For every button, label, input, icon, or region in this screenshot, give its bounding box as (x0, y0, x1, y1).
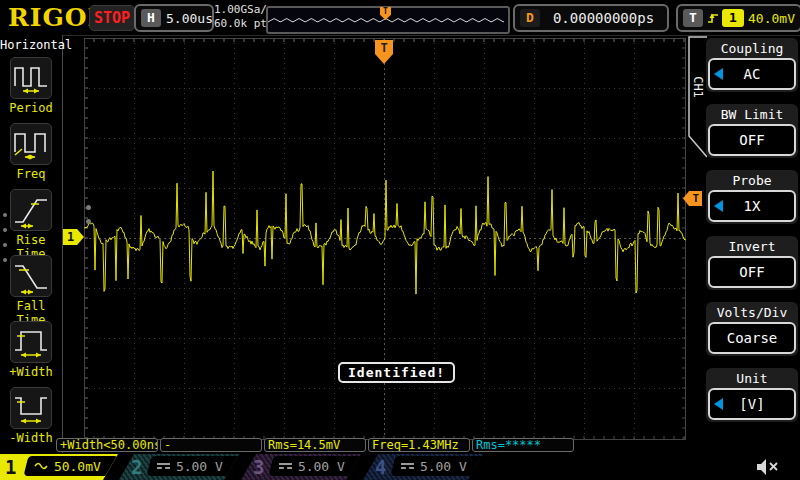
softkey-invert[interactable]: Invert OFF (706, 236, 798, 290)
channel-number: 4 (375, 454, 386, 480)
softkey-value[interactable]: Coarse (708, 322, 796, 354)
top-bar: RIGOL STOP H 5.00us 1.00GSa/s 60.0k pts … (0, 0, 800, 36)
select-arrow-icon (714, 68, 723, 80)
menu-page-dot (3, 243, 7, 247)
menu-page-dot (3, 213, 7, 217)
measurement-nwidth: -Width=650.0ns (160, 438, 262, 452)
menu-page-dot (3, 228, 7, 232)
measurement-bar: +Width<50.00ns -Width=650.0ns Rms=14.5mV… (56, 438, 574, 454)
channel-number: 3 (253, 454, 264, 480)
right-softkey-menu: Coupling AC BW Limit OFF Probe 1X Invert… (706, 38, 798, 434)
menu-page-dot (86, 219, 91, 224)
channel-2-tab[interactable]: 2 5.00 V (119, 454, 239, 480)
select-arrow-icon (714, 398, 723, 410)
softkey-label: Probe (708, 172, 796, 190)
channel-number: 1 (5, 454, 16, 480)
menu-item-period[interactable]: Period (0, 57, 62, 115)
channel-number: 2 (131, 454, 142, 480)
menu-item-label: Freq (0, 167, 62, 181)
graticule: Identified! (84, 38, 686, 440)
period-icon (10, 57, 52, 99)
trigger-source-badge: 1 (722, 9, 744, 27)
channel-scale: 5.00 V (420, 459, 467, 474)
measurement-rms2: Rms=***** (472, 438, 574, 452)
softkey-label: Unit (708, 370, 796, 388)
menu-page-dot (3, 258, 7, 262)
menu-page-dot (86, 205, 91, 210)
channel-scale: 5.00 V (298, 459, 345, 474)
trigger-level-value: 40.0mV (748, 11, 795, 26)
menu-item-label: -Width (0, 431, 62, 445)
trigger-box[interactable]: T 1 40.0mV (676, 4, 800, 32)
freq-icon (10, 123, 52, 165)
softkey-value[interactable]: AC (708, 58, 796, 90)
softkey-value[interactable]: 1X (708, 190, 796, 222)
oscilloscope-screen: RIGOL STOP H 5.00us 1.00GSa/s 60.0k pts … (0, 0, 800, 480)
dc-coupling-icon (279, 463, 292, 469)
softkey-label: BW Limit (708, 106, 796, 124)
rising-edge-icon (707, 10, 718, 26)
softkey-value[interactable]: OFF (708, 124, 796, 156)
softkey-label: Invert (708, 238, 796, 256)
softkey-volts-div[interactable]: Volts/Div Coarse (706, 302, 798, 356)
sample-rate: 1.00GSa/s (214, 3, 274, 17)
waveform-overview[interactable]: T (266, 6, 510, 34)
softkey-value[interactable]: OFF (708, 256, 796, 288)
dc-coupling-icon (401, 463, 414, 469)
ch1-ground-marker[interactable]: 1 (63, 229, 84, 245)
menu-item-rise-time[interactable]: Rise Time (0, 189, 62, 261)
left-softkey-menu: Horizontal Period Freq (0, 35, 63, 453)
channel-3-tab[interactable]: 3 5.00 V (241, 454, 361, 480)
menu-item-label: +Width (0, 365, 62, 379)
select-arrow-icon (714, 200, 723, 212)
dc-coupling-icon (157, 463, 170, 469)
softkey-coupling[interactable]: Coupling AC (706, 38, 798, 92)
softkey-unit[interactable]: Unit [V] (706, 368, 798, 422)
menu-item-label: Period (0, 101, 62, 115)
measurement-pwidth: +Width<50.00ns (56, 438, 158, 452)
channel-scale: 50.0mV (54, 459, 101, 474)
menu-item-freq[interactable]: Freq (0, 123, 62, 181)
channel-4-tab[interactable]: 4 5.00 V (363, 454, 483, 480)
menu-item-pos-width[interactable]: +Width (0, 321, 62, 379)
softkey-value[interactable]: [V] (708, 388, 796, 420)
trigger-icon: T (683, 9, 703, 27)
delay-value: 0.00000000ps (545, 10, 662, 26)
identified-label: Identified! (338, 362, 455, 383)
timebase-value: 5.00us (166, 11, 213, 26)
delay-icon: D (520, 9, 540, 27)
run-state-indicator[interactable]: STOP (89, 5, 135, 31)
ch1-menu-tab-label: CH1 (691, 67, 705, 107)
measurement-freq: Freq=1.43MHz (368, 438, 470, 452)
menu-item-neg-width[interactable]: -Width (0, 387, 62, 445)
horizontal-timebase-box[interactable]: H 5.00us (134, 4, 214, 32)
channel-1-tab[interactable]: 1 50.0mV (0, 454, 118, 480)
channel-status-bar: 1 50.0mV 2 5.00 V 3 5.00 V 4 (0, 454, 800, 480)
acquisition-info: 1.00GSa/s 60.0k pts (214, 3, 274, 31)
rise-time-icon (10, 189, 52, 231)
left-menu-title: Horizontal (0, 38, 62, 52)
memory-depth: 60.0k pts (214, 17, 274, 31)
softkey-bw-limit[interactable]: BW Limit OFF (706, 104, 798, 158)
softkey-probe[interactable]: Probe 1X (706, 170, 798, 224)
measurement-rms: Rms=14.5mV (264, 438, 366, 452)
delay-box[interactable]: D 0.00000000ps (513, 4, 669, 32)
plus-width-icon (10, 321, 52, 363)
horizontal-icon: H (141, 9, 161, 27)
softkey-label: Volts/Div (708, 304, 796, 322)
softkey-label: Coupling (708, 40, 796, 58)
fall-time-icon (10, 255, 52, 297)
channel-scale: 5.00 V (176, 459, 223, 474)
menu-item-fall-time[interactable]: Fall Time (0, 255, 62, 327)
ac-coupling-icon (34, 461, 48, 471)
minus-width-icon (10, 387, 52, 429)
sound-muted-icon[interactable] (752, 456, 782, 478)
